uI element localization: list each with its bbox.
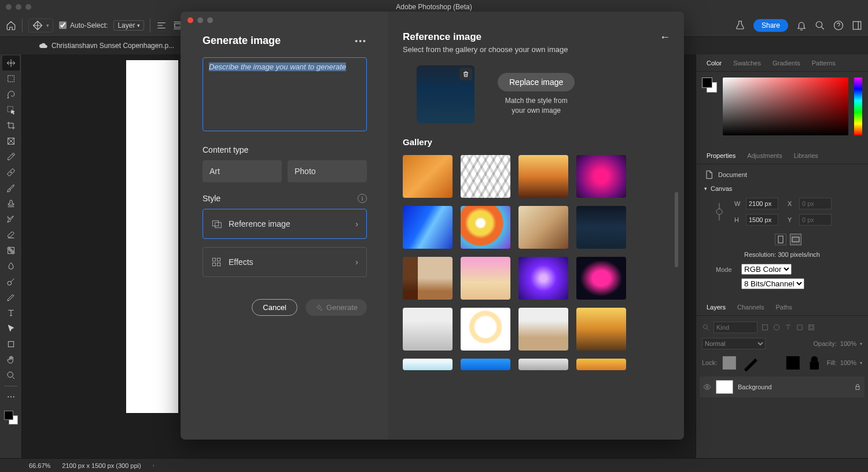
gradient-tool[interactable] <box>2 243 20 258</box>
layer-background[interactable]: Background <box>700 377 865 397</box>
gallery-item[interactable] <box>518 155 568 198</box>
blend-mode-select[interactable]: Normal <box>702 338 766 349</box>
tab-properties[interactable]: Properties <box>701 152 741 159</box>
hue-slider[interactable] <box>854 78 862 135</box>
tab-paths[interactable]: Paths <box>770 304 798 311</box>
gallery-item[interactable] <box>518 308 568 351</box>
auto-select-target-dropdown[interactable]: Layer▾ <box>113 20 144 31</box>
gallery-scrollbar[interactable] <box>675 192 678 267</box>
gallery-item[interactable] <box>403 155 453 198</box>
layer-filter-input[interactable] <box>713 322 757 333</box>
move-tool-indicator[interactable]: ▾ <box>28 19 53 32</box>
color-field[interactable] <box>723 78 848 135</box>
blur-tool[interactable] <box>2 259 20 274</box>
style-reference-option[interactable]: Reference image › <box>203 209 367 239</box>
lock-paint-icon[interactable] <box>742 354 760 372</box>
brush-tool[interactable] <box>2 180 20 196</box>
tab-gradients[interactable]: Gradients <box>767 60 806 67</box>
gallery-item[interactable] <box>576 359 626 370</box>
share-button[interactable]: Share <box>753 19 788 32</box>
generate-button[interactable]: Generate <box>306 299 367 316</box>
filter-type-icon[interactable] <box>784 323 792 331</box>
gallery-item[interactable] <box>403 206 453 249</box>
replace-image-button[interactable]: Replace image <box>498 73 575 91</box>
path-select-tool[interactable] <box>2 321 20 336</box>
lock-position-icon[interactable] <box>763 354 781 372</box>
gallery-item[interactable] <box>576 308 626 351</box>
canvas-height-input[interactable] <box>746 214 778 226</box>
help-icon[interactable] <box>833 20 844 31</box>
info-icon[interactable]: i <box>358 194 367 203</box>
gallery-item[interactable] <box>576 155 626 198</box>
filter-shape-icon[interactable] <box>796 323 804 331</box>
bell-icon[interactable] <box>796 20 807 31</box>
style-effects-option[interactable]: Effects › <box>203 247 367 277</box>
tab-layers[interactable]: Layers <box>701 304 731 311</box>
shape-tool[interactable] <box>2 337 20 352</box>
home-icon[interactable] <box>6 20 16 31</box>
eraser-tool[interactable] <box>2 227 20 242</box>
canvas-width-input[interactable] <box>746 198 778 209</box>
document-tab[interactable]: Christianshavn Sunset Copenhagen.p... <box>32 37 181 54</box>
pen-tool[interactable] <box>2 290 20 305</box>
gallery-item[interactable] <box>461 155 510 198</box>
hand-tool[interactable] <box>2 352 20 367</box>
tab-channels[interactable]: Channels <box>731 304 770 311</box>
gallery-item[interactable] <box>518 206 568 249</box>
heal-tool[interactable] <box>2 165 20 180</box>
gallery-item[interactable] <box>461 257 510 300</box>
filter-pixel-icon[interactable] <box>761 323 769 331</box>
orientation-landscape[interactable] <box>790 234 801 245</box>
orientation-portrait[interactable] <box>775 234 786 245</box>
zoom-level[interactable]: 66.67% <box>29 462 50 469</box>
content-type-photo[interactable]: Photo <box>288 160 367 182</box>
tab-color[interactable]: Color <box>701 60 727 67</box>
content-type-art[interactable]: Art <box>203 160 282 182</box>
beaker-icon[interactable] <box>735 20 745 31</box>
dialog-traffic-lights[interactable] <box>187 17 213 23</box>
delete-reference-icon[interactable] <box>459 68 472 80</box>
lock-all-icon[interactable] <box>806 354 823 372</box>
tab-libraries[interactable]: Libraries <box>788 152 824 159</box>
search-icon[interactable] <box>815 20 825 31</box>
tab-patterns[interactable]: Patterns <box>806 60 841 67</box>
align-icon[interactable] <box>156 20 167 31</box>
bit-depth-select[interactable]: 8 Bits/Channel <box>741 278 804 289</box>
chevron-right-icon[interactable]: › <box>153 463 155 469</box>
gallery-item[interactable] <box>461 206 510 249</box>
lock-artboard-icon[interactable] <box>784 354 802 372</box>
dodge-tool[interactable] <box>2 274 20 289</box>
eyedropper-tool[interactable] <box>2 149 20 164</box>
type-tool[interactable] <box>2 305 20 320</box>
gallery-item[interactable] <box>518 257 568 300</box>
color-mode-select[interactable]: RGB Color <box>741 264 792 275</box>
color-fg-bg-swatch[interactable] <box>702 78 717 93</box>
search-icon[interactable] <box>702 323 710 331</box>
filter-smart-icon[interactable] <box>807 323 815 331</box>
gallery-item[interactable] <box>403 359 453 370</box>
history-brush-tool[interactable] <box>2 212 20 227</box>
gallery-item[interactable] <box>461 359 510 370</box>
auto-select-checkbox[interactable]: Auto-Select: <box>59 21 108 30</box>
back-arrow-icon[interactable]: ← <box>660 31 670 43</box>
edit-toolbar[interactable]: ⋯ <box>2 389 20 404</box>
filter-adjust-icon[interactable] <box>773 323 781 331</box>
canvas-section-header[interactable]: ▾ Canvas <box>704 185 860 192</box>
workspace-icon[interactable] <box>852 20 862 31</box>
foreground-background-color[interactable] <box>4 411 18 425</box>
zoom-tool[interactable] <box>2 368 20 383</box>
document-canvas[interactable] <box>126 60 178 413</box>
cancel-button[interactable]: Cancel <box>252 299 297 316</box>
visibility-icon[interactable] <box>703 383 711 391</box>
gallery-item[interactable] <box>461 308 510 351</box>
reference-thumbnail[interactable] <box>417 65 475 123</box>
tab-swatches[interactable]: Swatches <box>727 60 767 67</box>
gallery-item[interactable] <box>403 308 453 351</box>
move-tool[interactable] <box>2 56 20 71</box>
gallery-item[interactable] <box>576 206 626 249</box>
prompt-textarea[interactable]: Describe the image you want to generate <box>203 57 367 131</box>
gallery-item[interactable] <box>576 257 626 300</box>
link-wh-icon[interactable] <box>716 202 723 222</box>
frame-tool[interactable] <box>2 134 20 149</box>
tab-adjustments[interactable]: Adjustments <box>741 152 788 159</box>
